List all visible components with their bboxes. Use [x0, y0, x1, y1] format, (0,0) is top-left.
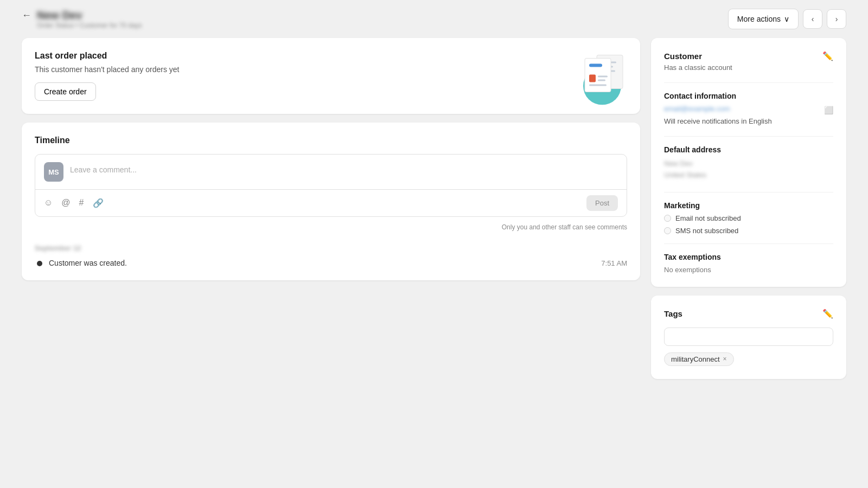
svg-rect-6	[589, 64, 602, 67]
svg-rect-10	[589, 85, 607, 86]
last-order-card: Last order placed This customer hasn't p…	[22, 38, 640, 114]
edit-customer-icon[interactable]: ✏️	[822, 51, 833, 61]
divider-1	[664, 82, 833, 83]
sms-subscription-text: SMS not subscribed	[675, 227, 738, 235]
more-actions-button[interactable]: More actions ∨	[728, 9, 799, 29]
last-order-title: Last order placed	[35, 51, 317, 61]
page-header: ← New Dev Order Status • Customer for 70…	[0, 0, 868, 38]
timeline-card: Timeline MS Leave a comment... ☺ @ # 🔗 P…	[22, 123, 640, 280]
mention-icon[interactable]: @	[61, 198, 70, 208]
timeline-item-row: Customer was created. 7:51 AM	[49, 259, 627, 267]
chevron-down-icon: ∨	[784, 15, 789, 23]
staff-note: Only you and other staff can see comment…	[35, 223, 627, 231]
emoji-icon[interactable]: ☺	[44, 198, 53, 208]
customer-card-header: Customer ✏️	[664, 51, 833, 61]
header-left: ← New Dev Order Status • Customer for 70…	[22, 9, 142, 29]
tag-remove-button[interactable]: ×	[723, 355, 727, 363]
timeline-title: Timeline	[35, 136, 627, 145]
svg-rect-8	[598, 76, 608, 78]
customer-section-title: Customer	[664, 52, 702, 61]
tax-exemptions-value: No exemptions	[664, 266, 833, 274]
create-order-button[interactable]: Create order	[35, 82, 96, 101]
copy-icon[interactable]: ⬜	[824, 106, 833, 114]
hashtag-icon[interactable]: #	[79, 198, 84, 208]
comment-input[interactable]: Leave a comment...	[70, 162, 137, 174]
account-status: Has a classic account	[664, 63, 833, 72]
last-order-content: Last order placed This customer hasn't p…	[35, 51, 317, 101]
back-button[interactable]: ←	[22, 10, 31, 20]
divider-2	[664, 136, 833, 137]
main-content: Last order placed This customer hasn't p…	[0, 38, 868, 401]
comment-input-row: MS Leave a comment...	[35, 155, 627, 189]
contact-info-label: Contact information	[664, 92, 833, 100]
prev-nav-button[interactable]: ‹	[803, 9, 822, 29]
svg-rect-5	[585, 59, 611, 92]
tags-header: Tags ✏️	[664, 309, 833, 319]
timeline-event-text: Customer was created.	[49, 259, 127, 267]
link-icon[interactable]: 🔗	[93, 198, 104, 208]
customer-info-card: Customer ✏️ Has a classic account Contac…	[651, 38, 846, 287]
sms-subscription-radio[interactable]	[664, 227, 671, 234]
tags-input[interactable]	[664, 328, 833, 346]
email-subscription-option: Email not subscribed	[664, 214, 833, 222]
comment-toolbar: ☺ @ # 🔗 Post	[35, 189, 627, 216]
left-column: Last order placed This customer hasn't p…	[22, 38, 640, 379]
order-illustration	[570, 46, 629, 107]
avatar: MS	[44, 162, 63, 182]
post-button[interactable]: Post	[586, 195, 618, 211]
tag-label: militaryConnect	[671, 355, 720, 363]
notification-language: Will receive notifications in English	[664, 117, 833, 125]
sms-subscription-option: SMS not subscribed	[664, 227, 833, 235]
header-actions: More actions ∨ ‹ ›	[728, 9, 846, 29]
svg-rect-9	[598, 80, 605, 81]
next-nav-button[interactable]: ›	[827, 9, 846, 29]
breadcrumb: Order Status • Customer for 70 days	[37, 22, 142, 29]
tag-list: militaryConnect ×	[664, 352, 833, 366]
last-order-description: This customer hasn't placed any orders y…	[35, 65, 317, 74]
timeline-date: September 12	[35, 244, 627, 252]
right-column: Customer ✏️ Has a classic account Contac…	[651, 38, 846, 379]
marketing-label: Marketing	[664, 201, 833, 210]
tags-title: Tags	[664, 309, 682, 318]
email-subscription-text: Email not subscribed	[675, 214, 741, 222]
toolbar-icons: ☺ @ # 🔗	[44, 198, 104, 208]
list-item: militaryConnect ×	[664, 352, 734, 366]
comment-box: MS Leave a comment... ☺ @ # 🔗 Post	[35, 154, 627, 217]
svg-rect-7	[589, 75, 596, 82]
divider-3	[664, 192, 833, 192]
email-subscription-radio[interactable]	[664, 215, 671, 222]
default-address-value: New Dev United States	[664, 158, 833, 181]
edit-tags-icon[interactable]: ✏️	[822, 309, 833, 319]
title-row: ← New Dev	[22, 9, 142, 22]
tax-exemptions-label: Tax exemptions	[664, 253, 833, 261]
tags-card: Tags ✏️ militaryConnect ×	[651, 296, 846, 379]
contact-email: email@example.com	[664, 105, 730, 113]
more-actions-label: More actions	[737, 15, 781, 23]
timeline-section: September 12 Customer was created. 7:51 …	[35, 244, 627, 267]
divider-4	[664, 243, 833, 244]
default-address-label: Default address	[664, 145, 833, 154]
timeline-event-time: 7:51 AM	[601, 259, 627, 267]
timeline-dot	[37, 261, 42, 266]
timeline-item: Customer was created. 7:51 AM	[35, 259, 627, 267]
page-title: New Dev	[37, 9, 82, 22]
contact-email-row: email@example.com ⬜	[664, 105, 833, 115]
